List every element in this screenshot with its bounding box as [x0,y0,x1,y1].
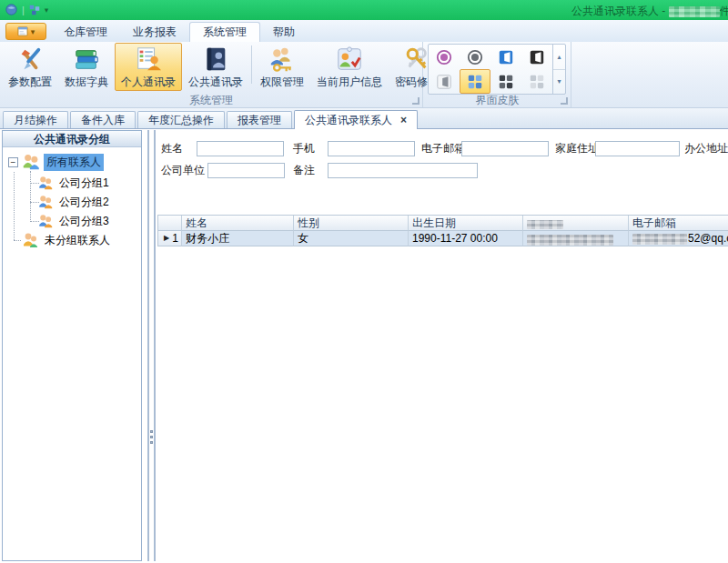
doc-tab-month-close[interactable]: 月结操作 [3,111,68,128]
skin-purple-orb[interactable] [429,45,460,69]
doc-tab-parts-inbound[interactable]: 备件入库 [70,111,136,128]
gallery-scroll-down-icon[interactable]: ▾ [553,70,565,95]
subgroup-icon [37,213,54,229]
public-contacts-icon [202,45,229,73]
doc-tab-annual-summary[interactable]: 年度汇总操作 [137,111,225,128]
grid-header-mobile-censored[interactable] [523,216,629,231]
title-bar: | ▾ 公共通讯录联系人 - 件科 [0,0,728,20]
skin-blue-squares-selected[interactable] [460,69,490,94]
skin-black-office[interactable] [521,45,552,69]
grid-header-row: 姓名 性别 出生日期 电子邮箱 [158,216,728,231]
tree-item-company-group1-label: 公司分组1 [56,175,112,192]
params-config-label: 参数配置 [8,75,52,90]
quick-access-icon[interactable] [29,5,40,15]
cell-name: 财务小庄 [182,231,294,246]
row-number: 1 [172,231,178,246]
grid-row-indicator: ▶ 1 [158,231,182,246]
skin-blue-office[interactable] [490,45,521,69]
ribbon-group-skin: ▴ ▾ 界面皮肤 [424,42,571,107]
skin-orb-purple-icon [436,49,452,65]
current-user-icon [336,45,363,73]
ribbon-group-system: 参数配置 数据字典 [0,42,423,107]
titlebar-icons: | ▾ [5,4,48,15]
note-input[interactable] [328,163,478,178]
tab-close-icon[interactable]: × [400,115,407,126]
skin-squares-dark-icon [498,74,514,90]
grid-header-email[interactable]: 电子邮箱 [629,216,728,231]
skin-gray-orb[interactable] [460,45,490,69]
grid-header-indicator [158,216,182,231]
ribbon-tab-help[interactable]: 帮助 [260,22,308,42]
quick-access-dropdown-icon[interactable]: ▾ [45,5,49,15]
data-dictionary-button[interactable]: 数据字典 [58,43,115,91]
skin-white-office[interactable] [429,69,460,94]
system-group-dialog-launcher-icon[interactable] [412,97,420,105]
grid-header-gender[interactable]: 性别 [294,216,409,231]
home-address-input[interactable] [595,141,680,156]
contact-detail-panel: 姓名 手机 电子邮箱 家庭住址 办公地址 公司单位 备注 姓名 性别 出生日期 … [157,129,728,563]
public-contacts-label: 公共通讯录 [188,75,243,90]
tree-item-company-group1[interactable]: 公司分组1 [37,174,112,192]
tree-connector-line [30,171,31,222]
tree-item-all-contacts-label: 所有联系人 [44,154,104,171]
skin-light-squares-disabled[interactable] [521,69,552,94]
subgroup-icon [37,194,54,210]
email-input[interactable] [461,141,549,156]
public-contacts-button[interactable]: 公共通讯录 [182,43,249,91]
office-address-label: 办公地址 [684,141,728,156]
ribbon: 参数配置 数据字典 [0,42,728,108]
doc-tab-report-mgmt[interactable]: 报表管理 [227,111,292,128]
current-user-info-button[interactable]: 当前用户信息 [310,43,389,91]
email-visible-part: 52@qq.com [688,232,728,245]
ungrouped-contacts-icon [21,231,39,249]
tree-item-company-group2-label: 公司分组2 [56,194,112,211]
cell-gender: 女 [294,231,409,246]
tree-item-company-group3[interactable]: 公司分组3 [37,212,112,230]
censored-header [527,220,563,229]
ribbon-tab-warehouse[interactable]: 仓库管理 [51,22,120,42]
permissions-button[interactable]: 权限管理 [254,43,310,91]
params-config-button[interactable]: 参数配置 [2,43,58,91]
tree-item-all-contacts[interactable]: − 所有联系人 [8,153,104,171]
grid-header-name[interactable]: 姓名 [182,216,294,231]
panel-splitter[interactable] [147,130,156,561]
contacts-group-icon [21,152,41,172]
personal-contacts-button[interactable]: 个人通讯录 [115,43,182,91]
grid-data-row[interactable]: ▶ 1 财务小庄 女 1990-11-27 00:00 52@qq.com [158,231,728,246]
personal-contacts-label: 个人通讯录 [121,75,176,90]
permissions-icon [268,45,296,73]
splitter-grip-icon [150,430,153,444]
ribbon-tab-system[interactable]: 系统管理 [189,22,260,42]
skin-gallery-cells [429,45,552,94]
skin-office-black-icon [529,49,545,65]
current-user-info-label: 当前用户信息 [317,75,382,90]
skin-dark-squares[interactable] [490,69,521,94]
window-title: 公共通讯录联系人 - 件科 [571,4,728,19]
tree-item-company-group3-label: 公司分组3 [56,213,112,230]
gallery-scroll-up-icon[interactable]: ▴ [553,45,565,70]
titlebar-separator: | [22,5,25,15]
tree-item-ungrouped-contacts[interactable]: 未分组联系人 [21,231,113,249]
skin-squares-blue-icon [467,74,483,90]
skin-group-dialog-launcher-icon[interactable] [561,97,568,105]
application-menu-button[interactable]: ▾ [5,23,46,40]
company-input[interactable] [207,163,285,178]
tree-item-company-group2[interactable]: 公司分组2 [37,193,112,211]
skin-office-blue-icon [498,49,514,65]
mobile-input[interactable] [328,141,415,156]
tree-collapse-icon[interactable]: − [8,157,18,167]
ribbon-tab-reports[interactable]: 业务报表 [120,22,189,42]
grid-header-birthdate[interactable]: 出生日期 [409,216,523,231]
censored-company-name [669,6,720,17]
tree-connector-line [14,240,21,241]
current-row-arrow-icon: ▶ [164,231,169,246]
cell-mobile-censored [523,231,629,246]
skin-squares-light-icon [529,74,545,90]
censored-value [632,234,687,245]
home-address-label: 家庭住址 [555,141,599,156]
document-tab-strip: 月结操作 备件入库 年度汇总操作 报表管理 公共通讯录联系人 × [0,108,728,129]
books-icon [73,45,100,73]
skin-orb-gray-icon [467,49,483,65]
doc-tab-public-contacts[interactable]: 公共通讯录联系人 × [294,110,418,129]
name-input[interactable] [197,141,284,156]
